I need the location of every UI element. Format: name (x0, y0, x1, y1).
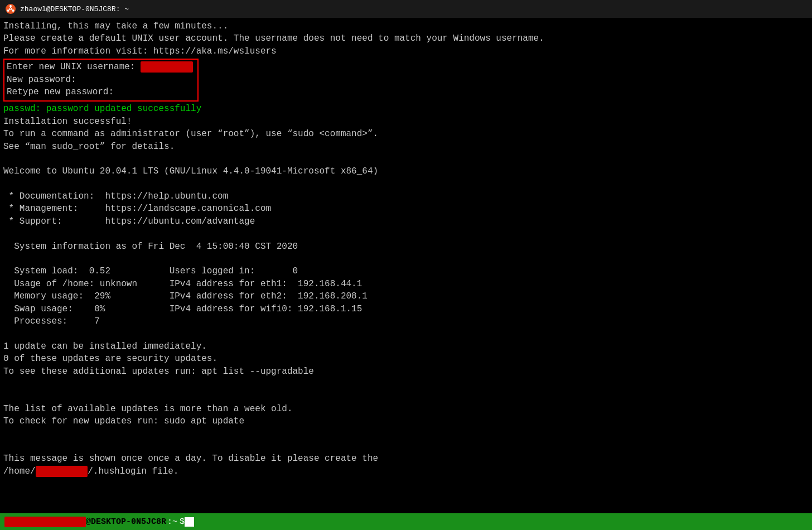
svg-point-2 (7, 9, 9, 12)
title-bar-text: zhaowl@DESKTOP-0N5JC8R: ~ (20, 5, 129, 13)
terminal-line-27: 0 of these updates are security updates. (3, 353, 809, 365)
terminal-line-36: /home/ /.hushlogin file. (3, 465, 809, 478)
terminal-line-25 (3, 327, 809, 340)
title-bar: zhaowl@DESKTOP-0N5JC8R: ~ (0, 0, 812, 18)
input-section: Enter new UNIX username: New password: R… (3, 59, 199, 102)
terminal-line-16: * Support: https://ubuntu.com/advantage (3, 215, 809, 228)
terminal-line-10: See “man sudo_root” for details. (3, 141, 809, 153)
terminal-line-19 (3, 253, 809, 265)
terminal-line-28: To see these additional updates run: apt… (3, 365, 809, 378)
terminal-line-11 (3, 153, 809, 165)
terminal-line-18: System information as of Fri Dec 4 15:00… (3, 240, 809, 253)
terminal-line-13 (3, 178, 809, 190)
svg-point-1 (9, 5, 12, 7)
homedir-redacted (36, 466, 88, 477)
terminal-line-9: To run a command as administrator (user … (3, 128, 809, 140)
terminal-line-30 (3, 390, 809, 402)
bottom-bar-prompt-symbol: $ (180, 517, 185, 527)
terminal-line-24: Processes: 7 (3, 315, 809, 327)
terminal-body: Installing, this may take a few minutes.… (0, 18, 812, 480)
bottom-bar-at: @DESKTOP-0N5JC8R (86, 517, 166, 527)
terminal-line-15: * Management: https://landscape.canonica… (3, 203, 809, 215)
terminal-cursor (185, 517, 194, 527)
bottom-bar-colon: :~ (167, 517, 177, 527)
terminal-line-8: Installation successful! (3, 115, 809, 128)
svg-point-3 (12, 9, 14, 12)
terminal-line-5: New password: (7, 74, 193, 86)
terminal-line-14: * Documentation: https://help.ubuntu.com (3, 190, 809, 203)
terminal-line-23: Swap usage: 0% IPv4 address for wifi0: 1… (3, 303, 809, 315)
terminal-line-31: The list of available updates is more th… (3, 403, 809, 415)
terminal-line-12: Welcome to Ubuntu 20.04.1 LTS (GNU/Linux… (3, 165, 809, 177)
terminal-line-20: System load: 0.52 Users logged in: 0 (3, 265, 809, 277)
terminal-line-2: Please create a default UNIX user accoun… (3, 32, 809, 45)
terminal-line-22: Memory usage: 29% IPv4 address for eth2:… (3, 290, 809, 302)
bottom-bar-user-redacted (4, 517, 86, 527)
username-redacted (141, 61, 193, 73)
terminal-line-21: Usage of /home: unknown IPv4 address for… (3, 278, 809, 290)
terminal-line-17 (3, 228, 809, 240)
terminal-line-33 (3, 428, 809, 440)
terminal-line-4: Enter new UNIX username: (7, 61, 193, 73)
terminal-line-29 (3, 378, 809, 390)
bottom-prompt-bar: @DESKTOP-0N5JC8R :~ $ (0, 513, 812, 530)
ubuntu-icon (6, 4, 16, 14)
terminal-line-34 (3, 440, 809, 452)
terminal-line-1: Installing, this may take a few minutes.… (3, 20, 809, 32)
terminal-line-32: To check for new updates run: sudo apt u… (3, 415, 809, 427)
terminal-line-26: 1 update can be installed immediately. (3, 340, 809, 353)
terminal-line-3: For more information visit: https://aka.… (3, 45, 809, 57)
terminal-line-6: Retype new password: (7, 86, 193, 98)
terminal-line-35: This message is shown once once a day. T… (3, 452, 809, 465)
terminal-line-7: passwd: password updated successfully (3, 103, 809, 115)
